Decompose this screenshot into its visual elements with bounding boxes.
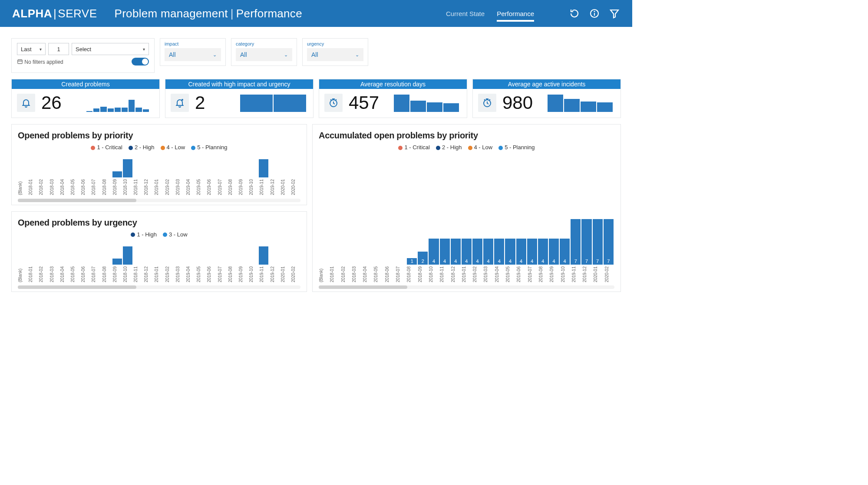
axis-tick: 2018-01 <box>28 179 38 195</box>
refresh-icon[interactable] <box>569 8 580 19</box>
spark-bar <box>135 108 142 112</box>
axis-tick: 2018-05 <box>373 266 383 282</box>
svg-point-5 <box>182 99 183 101</box>
legend-item: 2 - High <box>129 144 155 151</box>
axis-tick: 2019-11 <box>571 266 581 282</box>
filter-last-label: Last <box>21 46 32 52</box>
legend-item: 3 - Low <box>163 231 188 238</box>
kpi-row: Created problems26Created with high impa… <box>11 79 621 118</box>
axis-tick: 2019-03 <box>175 179 185 195</box>
tab-current-state[interactable]: Current State <box>446 4 485 23</box>
axis-tick: 2018-11 <box>133 266 143 282</box>
axis-tick: 2018-08 <box>406 266 416 282</box>
axis-tick: 2019-07 <box>218 266 227 282</box>
kpi-card: Created problems26 <box>11 79 160 118</box>
axis-tick: 2018-07 <box>91 266 101 282</box>
filter-impact-select[interactable]: All⌄ <box>165 48 221 61</box>
axis-tick: 2018-06 <box>81 266 90 282</box>
bar-value: 4 <box>487 259 490 265</box>
axis-tick: 2019-07 <box>528 266 538 282</box>
axis-tick: 2020-01 <box>593 266 603 282</box>
bar-value: 4 <box>498 259 501 265</box>
filter-urgency-select[interactable]: All⌄ <box>307 48 363 61</box>
axis-tick: 2019-08 <box>228 179 238 195</box>
chart-bar: 4 <box>494 239 504 265</box>
axis-tick: 2019-10 <box>561 266 571 282</box>
chart-title: Opened problems by urgency <box>18 218 300 228</box>
bar-value: 7 <box>585 259 588 265</box>
filter-count-input[interactable]: 1 <box>48 43 69 55</box>
kpi-value: 457 <box>349 92 388 113</box>
chart-scrollbar[interactable] <box>319 285 614 289</box>
brand-logo: ALPHA|SERVE <box>12 7 97 20</box>
chart-bar <box>259 246 268 265</box>
clock-icon <box>478 94 496 112</box>
header-tabs: Current StatePerformance <box>446 4 534 23</box>
axis-tick: 2019-09 <box>238 266 248 282</box>
bar-value: 4 <box>564 259 566 265</box>
kpi-sparkline <box>86 94 154 112</box>
legend-item: 4 - Low <box>161 144 185 151</box>
filter-icon[interactable] <box>609 8 620 19</box>
bar-value: 4 <box>476 259 479 265</box>
axis-tick: 2018-02 <box>39 266 48 282</box>
chart-bar: 2 <box>418 252 428 265</box>
axis-tick: 2019-12 <box>582 266 592 282</box>
page-title-sep: | <box>231 7 234 20</box>
spark-bar <box>427 102 442 112</box>
axis-tick: 2018-03 <box>352 266 362 282</box>
chart-bar <box>112 259 122 265</box>
svg-marker-3 <box>611 10 618 18</box>
filter-toggle[interactable] <box>132 58 149 66</box>
chart-bar: 7 <box>581 219 591 265</box>
axis-tick: 2019-08 <box>228 266 238 282</box>
spark-bar <box>86 111 92 112</box>
chart-bar: 4 <box>440 239 450 265</box>
header-icons <box>569 8 620 19</box>
chart-bar <box>123 159 132 177</box>
app-header: ALPHA|SERVE Problem management|Performan… <box>0 0 632 27</box>
axis-tick: 2018-08 <box>102 179 112 195</box>
charts-row: Opened problems by priority1 - Critical2… <box>11 124 621 292</box>
app-root: ALPHA|SERVE Problem management|Performan… <box>0 0 632 354</box>
spark-bar <box>274 95 306 112</box>
axis-tick: 2019-12 <box>270 179 280 195</box>
info-icon[interactable] <box>589 8 600 19</box>
axis-tick: 2020-02 <box>291 179 300 195</box>
tab-performance[interactable]: Performance <box>497 4 534 23</box>
axis-tick: 2019-03 <box>175 266 185 282</box>
filter-category-label: category <box>236 41 292 46</box>
chart-legend: 1 - Critical2 - High4 - Low5 - Planning <box>18 144 300 151</box>
brand-part-b: SERVE <box>58 7 97 20</box>
chart-scrollbar[interactable] <box>18 285 300 289</box>
filter-last-select[interactable]: Last▾ <box>17 43 46 55</box>
filter-unit-select[interactable]: Select▾ <box>72 43 149 55</box>
chart-area <box>18 239 300 265</box>
axis-tick: 2019-09 <box>549 266 559 282</box>
bar-value: 7 <box>607 259 610 265</box>
page-title-b: Performance <box>236 7 302 20</box>
axis-tick: 2018-06 <box>385 266 395 282</box>
spark-bar <box>410 101 426 112</box>
kpi-card: Average resolution days457 <box>319 79 467 118</box>
axis-tick: 2018-07 <box>91 179 101 195</box>
axis-tick: 2019-02 <box>165 179 175 195</box>
bell-alert-icon <box>171 94 189 112</box>
chart-bar: 4 <box>516 239 526 265</box>
legend-item: 2 - High <box>436 144 462 151</box>
spark-bar <box>548 95 563 112</box>
spark-bar <box>122 108 128 112</box>
no-filters-label: No filters applied <box>17 59 63 65</box>
axis-tick: 2018-04 <box>60 266 69 282</box>
axis-tick: 2019-07 <box>218 179 227 195</box>
axis-tick: 2019-12 <box>270 266 280 282</box>
chart-bar: 4 <box>549 239 559 265</box>
axis-tick: 2019-04 <box>495 266 505 282</box>
chart-bar: 4 <box>527 239 537 265</box>
filter-category-select[interactable]: All⌄ <box>236 48 292 61</box>
chart-legend: 1 - High3 - Low <box>18 231 300 238</box>
kpi-title: Created with high impact and urgency <box>165 79 313 89</box>
chart-bar: 4 <box>538 239 548 265</box>
chart-scrollbar[interactable] <box>18 199 300 202</box>
axis-tick: 2018-12 <box>144 266 153 282</box>
